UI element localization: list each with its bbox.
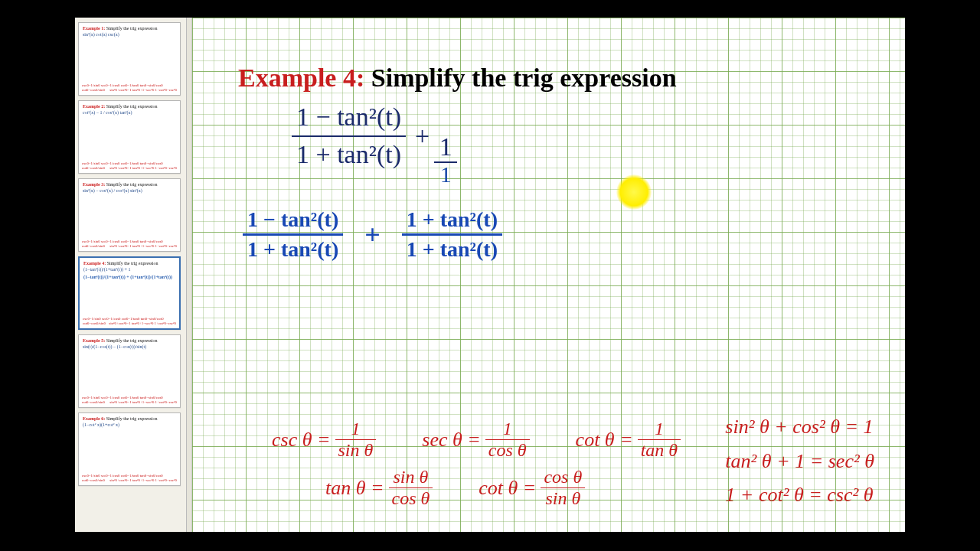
- id-num: sin θ: [390, 467, 432, 487]
- thumb-handwriting: (1−tan²(t))/(1+tan²(t)) + (1+tan²(t))/(1…: [83, 275, 175, 279]
- one-over-one: 1 1: [434, 132, 457, 187]
- id-den: cos θ: [389, 488, 433, 509]
- thumb-subtitle: Simplify the trig expression: [107, 261, 158, 266]
- thumb-title: Example 3:: [83, 182, 105, 187]
- thumb-equation: sin(t)/(1−cos(t)) − (1−cos(t))/sin(t): [83, 344, 176, 349]
- thumb-identities-right: sin²θ+cos²θ=1 tan²θ+1=sec²θ 1+cot²θ=csc²…: [109, 88, 177, 93]
- thumb-title: Example 6:: [83, 416, 105, 421]
- pythagorean-identities: sin² θ + cos² θ = 1 tan² θ + 1 = sec² θ …: [725, 410, 874, 512]
- handwritten-work: 1 − tan²(t) 1 + tan²(t) + 1 + tan²(t) 1 …: [243, 207, 502, 262]
- thumb-title: Example 5:: [83, 338, 105, 343]
- id-num: cos θ: [541, 467, 585, 487]
- thumb-identities-right: sin²θ+cos²θ=1 tan²θ+1=sec²θ 1+cot²θ=csc²…: [109, 400, 177, 405]
- id-csc: csc θ = 1sin θ: [272, 419, 376, 461]
- thumb-identities-right: sin²θ+cos²θ=1 tan²θ+1=sec²θ 1+cot²θ=csc²…: [109, 478, 177, 483]
- example-label: Example 4:: [238, 64, 364, 92]
- fraction-bar: [292, 135, 406, 137]
- pythag-3: 1 + cot² θ = csc² θ: [725, 478, 874, 512]
- thumb-identities-right: sin²θ+cos²θ=1 tan²θ+1=sec²θ 1+cot²θ=csc²…: [109, 321, 176, 326]
- thumb-subtitle: Simplify the trig expression: [106, 416, 158, 421]
- pythag-1: sin² θ + cos² θ = 1: [725, 410, 874, 444]
- work-plus: +: [364, 219, 381, 251]
- id-sec: sec θ = 1cos θ: [422, 419, 529, 461]
- work-bar: [243, 233, 343, 236]
- thumb-equation: sin²(x) cot(x) csc(x): [83, 32, 176, 37]
- thumb-subtitle: Simplify the trig expression: [106, 338, 158, 343]
- work-right-num: 1 + tan²(t): [402, 207, 502, 232]
- thumbnail-panel: Example 1: Simplify the trig expression …: [75, 18, 187, 532]
- work-bar: [402, 233, 502, 236]
- id-lhs: csc θ =: [272, 429, 331, 452]
- work-right-den: 1 + tan²(t): [402, 237, 502, 262]
- thumb-subtitle: Simplify the trig expression: [106, 182, 158, 187]
- id-lhs: cot θ =: [479, 477, 536, 500]
- id-num: 1: [652, 419, 667, 439]
- cursor-highlight-icon: [616, 174, 652, 210]
- example-text: Simplify the trig expression: [371, 64, 677, 92]
- id-cot2: cot θ = cos θsin θ: [479, 467, 585, 509]
- work-left-den: 1 + tan²(t): [243, 237, 343, 262]
- id-den: sin θ: [542, 488, 583, 509]
- thumb-identities-right: sin²θ+cos²θ=1 tan²θ+1=sec²θ 1+cot²θ=csc²…: [109, 244, 177, 249]
- main-denominator: 1 + tan²(t): [292, 139, 406, 171]
- id-lhs: sec θ =: [422, 429, 481, 452]
- id-cot: cot θ = 1tan θ: [576, 419, 681, 461]
- id-lhs: cot θ =: [576, 429, 633, 452]
- main-fraction: 1 − tan²(t) 1 + tan²(t): [292, 102, 406, 171]
- thumb-title: Example 2:: [83, 104, 105, 109]
- work-right-fraction: 1 + tan²(t) 1 + tan²(t): [402, 207, 502, 262]
- slide-thumb-2[interactable]: Example 2: Simplify the trig expression …: [78, 100, 181, 174]
- slide-thumb-6[interactable]: Example 6: Simplify the trig expression …: [78, 412, 181, 486]
- thumb-equation: (1−cot² x)(1+cot² x): [83, 422, 176, 427]
- work-left-num: 1 − tan²(t): [243, 207, 343, 232]
- thumb-subtitle: Simplify the trig expression: [106, 26, 158, 31]
- id-den: sin θ: [335, 440, 377, 461]
- main-expression: 1 − tan²(t) 1 + tan²(t) + 1 1: [292, 102, 457, 187]
- thumb-title: Example 1:: [83, 26, 105, 31]
- pythag-2: tan² θ + 1 = sec² θ: [725, 445, 874, 478]
- slide-canvas[interactable]: Example 4: Simplify the trig expression …: [191, 18, 905, 532]
- id-num: 1: [500, 419, 515, 439]
- presentation-stage: Example 1: Simplify the trig expression …: [75, 18, 905, 532]
- thumb-identities-right: sin²θ+cos²θ=1 tan²θ+1=sec²θ 1+cot²θ=csc²…: [109, 166, 177, 171]
- id-tan: tan θ = sin θcos θ: [325, 467, 433, 509]
- id-den: cos θ: [485, 440, 530, 461]
- slide-thumb-3[interactable]: Example 3: Simplify the trig expression …: [78, 178, 181, 252]
- one-numerator: 1: [439, 132, 452, 161]
- slide-thumb-5[interactable]: Example 5: Simplify the trig expression …: [78, 334, 181, 408]
- work-left-fraction: 1 − tan²(t) 1 + tan²(t): [243, 207, 343, 262]
- id-num: 1: [348, 419, 363, 439]
- thumb-equation: sin²(x) − cos²(x) / cos²(x) sin²(x): [83, 188, 176, 193]
- main-numerator: 1 − tan²(t): [292, 102, 406, 133]
- id-lhs: tan θ =: [325, 477, 384, 500]
- thumb-title: Example 4:: [83, 261, 106, 266]
- id-den: tan θ: [638, 440, 681, 461]
- thumb-subtitle: Simplify the trig expression: [106, 104, 158, 109]
- slide-title: Example 4: Simplify the trig expression: [238, 64, 677, 93]
- thumb-equation: (1−tan²(t))/(1+tan²(t)) + 1: [83, 267, 175, 272]
- one-denominator: 1: [440, 161, 452, 187]
- slide-thumb-4[interactable]: Example 4: Simplify the trig expression …: [78, 256, 181, 330]
- thumb-equation: cot²(x) − 1 / cos²(x) tan²(x): [83, 110, 176, 115]
- slide-thumb-1[interactable]: Example 1: Simplify the trig expression …: [78, 22, 181, 96]
- plus-sign: +: [415, 122, 430, 150]
